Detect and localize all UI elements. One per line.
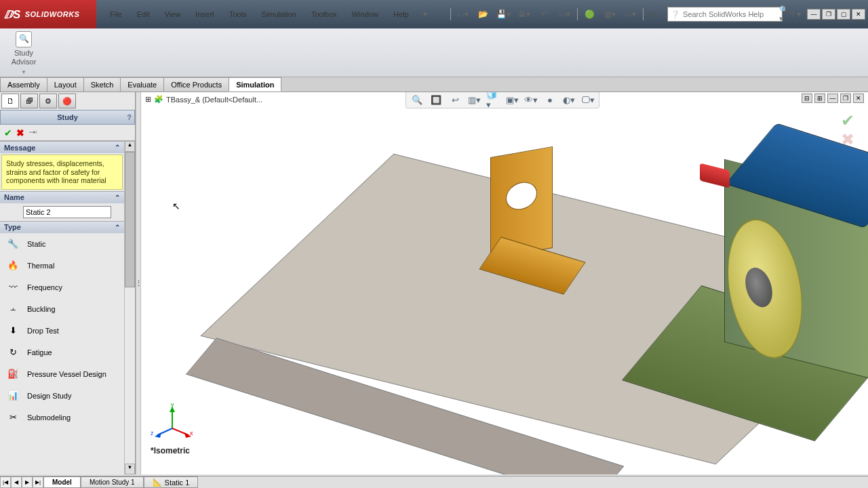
maximize-button[interactable]: ▢ <box>837 9 850 20</box>
svg-marker-5 <box>155 432 161 438</box>
rebuild-icon[interactable]: 🟢 <box>582 7 598 21</box>
motion-study-tabs: |◀ ◀ ▶ ▶| Model Motion Study 1 📐Static 1 <box>0 476 868 488</box>
type-static[interactable]: 🔧Static <box>0 233 124 255</box>
buckling-icon: ⫠ <box>5 302 20 317</box>
vcr-next-button[interactable]: ▶ <box>22 476 33 488</box>
zoom-area-icon[interactable]: 🔲 <box>429 93 443 106</box>
menu-insert[interactable]: Insert <box>189 7 221 21</box>
chevron-down-icon: ▼ <box>21 69 26 76</box>
titlebar: ⅅS SOLIDWORKS File Edit View Insert Tool… <box>0 0 868 28</box>
type-submodeling[interactable]: ✂Submodeling <box>0 407 124 428</box>
open-icon[interactable]: 📂 <box>475 7 492 21</box>
gfx-restore-button[interactable]: ❐ <box>840 94 851 103</box>
menu-toolbox[interactable]: Toolbox <box>304 7 344 21</box>
cancel-button[interactable]: ✖ <box>16 127 24 138</box>
tab-evaluate[interactable]: Evaluate <box>120 77 164 92</box>
type-buckling[interactable]: ⫠Buckling <box>0 298 124 320</box>
study-type-list: 🔧Static 🔥Thermal 〰Frequency ⫠Buckling ⬇D… <box>0 233 124 474</box>
screen-capture-icon[interactable]: ▭▾ <box>623 7 639 21</box>
minimize-button[interactable]: — <box>807 9 821 20</box>
scroll-down-icon[interactable]: ▼ <box>125 464 135 474</box>
feature-manager-tab[interactable]: 🗋 <box>1 94 19 108</box>
gfx-close-button[interactable]: ✕ <box>853 94 864 103</box>
dimxpert-manager-tab[interactable]: 🔴 <box>58 94 76 108</box>
tab-simulation[interactable]: Simulation <box>229 77 281 92</box>
close-button[interactable]: ✕ <box>852 9 865 20</box>
tab-office-products[interactable]: Office Products <box>163 77 229 92</box>
frequency-icon: 〰 <box>5 280 20 295</box>
pm-confirm-buttons: ✔ ✖ ⭲ <box>0 125 135 141</box>
section-view-icon[interactable]: ▥▾ <box>467 93 481 106</box>
display-style-icon[interactable]: ▣▾ <box>505 93 519 106</box>
pm-title: Study ? <box>0 110 135 125</box>
menu-window[interactable]: Window <box>345 7 385 21</box>
panel-scrollbar[interactable]: ▲ ▼ <box>124 141 135 474</box>
help-search[interactable]: ❔ 🔍▾ <box>667 7 783 22</box>
type-thermal[interactable]: 🔥Thermal <box>0 255 124 277</box>
gfx-minimize-button[interactable]: — <box>827 94 838 103</box>
tab-static-1[interactable]: 📐Static 1 <box>144 476 199 488</box>
menu-help[interactable]: Help <box>387 7 416 21</box>
expand-icon[interactable]: ⊞ <box>145 95 151 104</box>
vcr-last-button[interactable]: ▶| <box>33 476 43 488</box>
apply-scene-icon[interactable]: ◐▾ <box>562 93 576 106</box>
edit-appearance-icon[interactable]: ● <box>543 93 557 106</box>
help-dropdown-icon[interactable]: ？▾ <box>787 7 803 21</box>
select-icon[interactable]: ▭▾ <box>557 7 573 21</box>
save-icon[interactable]: 💾▾ <box>496 7 512 21</box>
type-fatigue[interactable]: ↻Fatigue <box>0 342 124 363</box>
hide-show-icon[interactable]: 👁▾ <box>524 93 538 106</box>
tab-assembly[interactable]: Assembly <box>0 77 47 92</box>
view-orientation-icon[interactable]: 🧊▾ <box>486 93 500 106</box>
axis-y-label: y <box>171 401 174 408</box>
type-pressure-vessel[interactable]: ⛽Pressure Vessel Design <box>0 363 124 385</box>
view-settings-icon[interactable]: 🖵▾ <box>581 93 595 106</box>
menu-tools[interactable]: Tools <box>222 7 254 21</box>
gfx-expand-button[interactable]: ⊞ <box>814 94 825 103</box>
study-name-input[interactable] <box>23 206 111 218</box>
cursor-icon: ↖ <box>172 201 180 211</box>
static-icon: 🔧 <box>5 237 20 251</box>
splitter-handle[interactable]: ⋮ <box>136 92 141 474</box>
menu-edit[interactable]: Edit <box>130 7 157 21</box>
section-name-header[interactable]: Name ⌃ <box>0 191 124 203</box>
tab-model[interactable]: Model <box>43 476 81 488</box>
pushpin-button[interactable]: ⭲ <box>28 128 37 138</box>
previous-view-icon[interactable]: ↩ <box>448 93 462 106</box>
property-manager-tab[interactable]: 🗊 <box>20 94 38 108</box>
app-name: SOLIDWORKS <box>25 10 80 18</box>
flyout-feature-tree[interactable]: ⊞ 🧩 TBassy_& (Default<Default... <box>145 95 262 104</box>
section-type-header[interactable]: Type ⌃ <box>0 221 124 233</box>
ok-button[interactable]: ✔ <box>4 127 12 138</box>
scroll-thumb[interactable] <box>125 152 135 287</box>
vcr-first-button[interactable]: |◀ <box>0 476 11 488</box>
menubar: File Edit View Insert Tools Simulation T… <box>96 0 433 28</box>
type-frequency[interactable]: 〰Frequency <box>0 277 124 298</box>
search-input[interactable] <box>683 10 776 18</box>
restore-button[interactable]: ❐ <box>822 9 835 20</box>
menu-view[interactable]: View <box>158 7 188 21</box>
type-drop-test[interactable]: ⬇Drop Test <box>0 320 124 342</box>
flyout-icon[interactable]: ✦ <box>417 7 433 21</box>
fatigue-icon: ↻ <box>5 345 20 360</box>
menu-simulation[interactable]: Simulation <box>255 7 303 21</box>
gfx-collapse-button[interactable]: ⊟ <box>802 94 812 103</box>
type-design-study[interactable]: 📊Design Study <box>0 385 124 407</box>
undo-icon[interactable]: ↶ <box>536 7 553 21</box>
tab-sketch[interactable]: Sketch <box>83 77 121 92</box>
configuration-manager-tab[interactable]: ⚙ <box>39 94 57 108</box>
section-message-header[interactable]: Message ⌃ <box>0 141 124 153</box>
graphics-area[interactable]: ⊞ 🧩 TBassy_& (Default<Default... 🔍 🔲 ↩ ▥… <box>141 92 868 474</box>
tab-layout[interactable]: Layout <box>47 77 84 92</box>
new-icon[interactable]: ▭▾ <box>455 7 471 21</box>
scroll-up-icon[interactable]: ▲ <box>125 141 135 152</box>
zoom-fit-icon[interactable]: 🔍 <box>410 93 424 106</box>
menu-file[interactable]: File <box>103 7 129 21</box>
tab-motion-study-1[interactable]: Motion Study 1 <box>81 476 144 488</box>
options-icon[interactable]: ▦▾ <box>602 7 618 21</box>
pm-help-button[interactable]: ? <box>127 113 132 121</box>
study-advisor-button[interactable]: Study Advisor ▼ <box>5 31 42 76</box>
print-icon[interactable]: 🖶▾ <box>516 7 532 21</box>
manager-tabs: 🗋 🗊 ⚙ 🔴 <box>0 92 135 110</box>
vcr-prev-button[interactable]: ◀ <box>11 476 22 488</box>
